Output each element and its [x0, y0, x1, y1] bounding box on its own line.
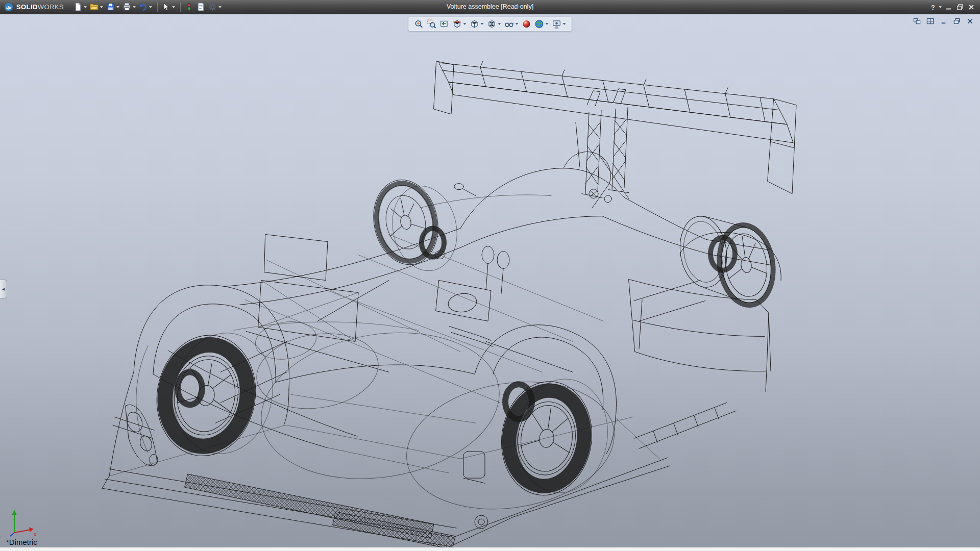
3ds-logo-icon: ds	[4, 3, 13, 12]
section-view-button[interactable]	[451, 18, 468, 30]
dropdown-arrow-icon[interactable]	[498, 23, 501, 25]
display-style-icon	[487, 19, 497, 29]
app-brand: ds SOLIDWORKS	[0, 3, 72, 12]
dropdown-arrow-icon[interactable]	[563, 23, 566, 25]
options-button[interactable]	[207, 2, 223, 13]
options-gear-icon	[208, 3, 217, 11]
rebuild-button[interactable]	[183, 2, 195, 13]
win-close-icon	[967, 3, 975, 11]
wireframe-model-race-car[interactable]	[0, 14, 980, 551]
rebuild-stoplight-icon	[185, 3, 193, 11]
feature-tree-collapse-tab[interactable]: ◀	[0, 280, 7, 299]
file-toolbar	[72, 2, 223, 13]
dropdown-arrow-icon[interactable]	[100, 6, 103, 8]
previous-view-button[interactable]	[438, 18, 451, 30]
viewport-layout-button[interactable]	[925, 16, 935, 26]
cursor-select-icon	[162, 3, 170, 11]
view-orientation-button[interactable]	[469, 18, 485, 30]
toolbar-separator	[157, 3, 157, 12]
dropdown-arrow-icon[interactable]	[516, 23, 519, 25]
triad-x-label: x	[34, 532, 36, 537]
brand-name: SOLIDWORKS	[16, 3, 64, 11]
svg-text:?: ?	[931, 4, 935, 11]
close-document-button[interactable]	[965, 16, 975, 26]
close-window-button[interactable]	[966, 2, 977, 12]
open-document-button[interactable]	[88, 2, 105, 13]
viewport-bottom-strip	[0, 547, 980, 551]
win-restore-icon	[956, 3, 964, 11]
apply-scene-button[interactable]	[533, 18, 550, 30]
print-button[interactable]	[121, 2, 137, 13]
new-document-button[interactable]	[72, 2, 88, 13]
edit-appearance-icon	[522, 19, 531, 29]
restore-document-button[interactable]	[952, 16, 962, 26]
select-button[interactable]	[160, 2, 177, 13]
previous-view-icon	[440, 19, 449, 29]
restore-window-button[interactable]	[954, 2, 966, 12]
dropdown-arrow-icon[interactable]	[463, 23, 467, 25]
win-min-icon	[945, 3, 953, 11]
dropdown-arrow-icon[interactable]	[481, 23, 484, 25]
zoom-area-icon	[427, 19, 436, 29]
doc-viewport-icon	[926, 17, 935, 25]
dropdown-arrow-icon[interactable]	[133, 6, 136, 8]
save-button[interactable]	[105, 2, 121, 13]
toolbar-separator	[180, 3, 180, 12]
document-window-controls	[912, 16, 975, 26]
file-properties-button[interactable]	[195, 2, 207, 13]
undo-button[interactable]	[137, 2, 154, 13]
brand-name-bold: SOLID	[16, 3, 38, 11]
doc-new-icon	[74, 3, 82, 11]
help-icon: ?	[929, 3, 937, 11]
dropdown-arrow-icon[interactable]	[149, 6, 152, 8]
section-view-icon	[453, 19, 462, 29]
apply-scene-icon	[535, 19, 544, 29]
hide-show-items-button[interactable]	[503, 18, 520, 30]
dropdown-arrow-icon[interactable]	[939, 6, 942, 8]
heads-up-view-toolbar	[409, 17, 572, 31]
display-style-button[interactable]	[486, 18, 503, 30]
zoom-fit-icon	[414, 19, 424, 29]
file-properties-icon	[197, 3, 205, 11]
zoom-to-fit-button[interactable]	[413, 18, 425, 30]
dropdown-arrow-icon[interactable]	[84, 6, 87, 8]
view-settings-button[interactable]	[551, 18, 568, 30]
undo-arrow-icon	[139, 3, 148, 11]
printer-icon	[122, 3, 131, 11]
edit-appearance-button[interactable]	[521, 18, 533, 30]
svg-text:ds: ds	[6, 5, 11, 10]
view-settings-icon	[552, 19, 561, 29]
doc-restore-icon	[952, 17, 961, 25]
doc-close-icon	[966, 17, 974, 25]
window-controls: ?	[927, 0, 977, 14]
minimize-window-button[interactable]	[943, 2, 954, 12]
view-orientation-label: *Dimetric	[6, 538, 37, 546]
view-orientation-icon	[470, 19, 479, 29]
zoom-to-area-button[interactable]	[426, 18, 438, 30]
solidworks-window: { "window": { "title": "Voiture assemble…	[0, 0, 980, 551]
graphics-area[interactable]: ◀ x *Dimetric	[0, 14, 980, 551]
orientation-triad: x	[8, 506, 39, 538]
dropdown-arrow-icon[interactable]	[218, 6, 222, 8]
dropdown-arrow-icon[interactable]	[546, 23, 549, 25]
brand-name-light: WORKS	[38, 3, 64, 11]
doc-min-icon	[939, 17, 948, 25]
doc-windows-icon	[913, 17, 921, 25]
select-window-button[interactable]	[912, 16, 922, 26]
window-title: Voiture assemblee [Read-only]	[447, 0, 533, 14]
dropdown-arrow-icon[interactable]	[116, 6, 119, 8]
hide-show-icon	[505, 19, 514, 29]
chevron-left-icon: ◀	[2, 287, 5, 291]
folder-open-icon	[90, 3, 99, 11]
save-floppy-icon	[106, 3, 115, 11]
dropdown-arrow-icon[interactable]	[172, 6, 175, 8]
help-button[interactable]: ?	[927, 2, 943, 12]
minimize-document-button[interactable]	[939, 16, 948, 26]
title-bar: ds SOLIDWORKS Voiture assemblee [Read-on…	[0, 0, 980, 14]
